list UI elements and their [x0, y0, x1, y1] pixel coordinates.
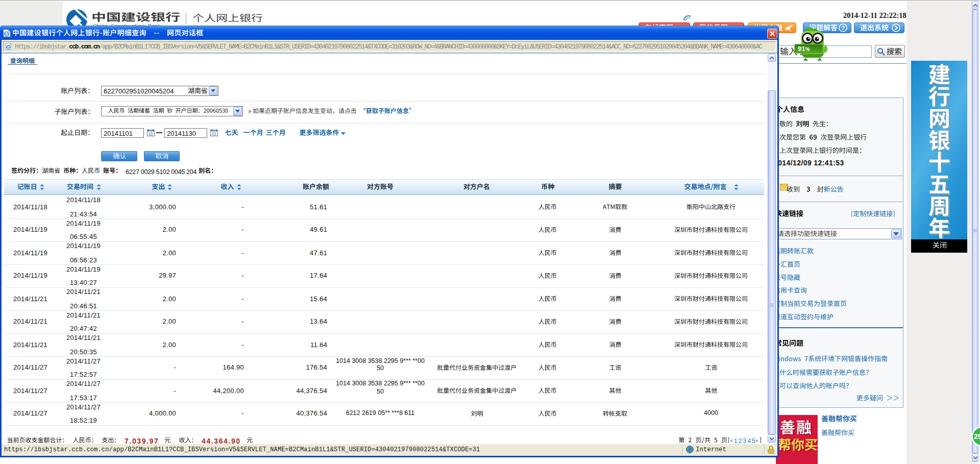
svg-text:?: ?	[841, 25, 845, 31]
